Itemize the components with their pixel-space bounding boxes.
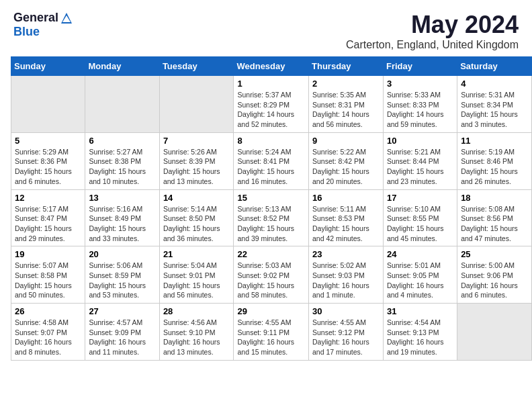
calendar-cell xyxy=(11,76,85,133)
day-info: Sunrise: 5:02 AM Sunset: 9:03 PM Dayligh… xyxy=(312,261,380,300)
calendar-cell: 27Sunrise: 4:57 AM Sunset: 9:09 PM Dayli… xyxy=(85,304,159,361)
day-info: Sunrise: 5:07 AM Sunset: 8:58 PM Dayligh… xyxy=(15,261,81,300)
day-info: Sunrise: 5:14 AM Sunset: 8:50 PM Dayligh… xyxy=(163,204,230,244)
day-info: Sunrise: 5:17 AM Sunset: 8:47 PM Dayligh… xyxy=(15,204,81,244)
day-info: Sunrise: 5:22 AM Sunset: 8:42 PM Dayligh… xyxy=(312,147,380,187)
day-number: 12 xyxy=(15,193,81,203)
weekday-header-wednesday: Wednesday xyxy=(234,57,309,76)
calendar-cell xyxy=(457,304,532,361)
day-info: Sunrise: 5:00 AM Sunset: 9:06 PM Dayligh… xyxy=(461,261,528,300)
day-number: 15 xyxy=(237,193,305,203)
day-number: 22 xyxy=(237,249,305,259)
calendar-cell: 31Sunrise: 4:54 AM Sunset: 9:13 PM Dayli… xyxy=(383,304,457,361)
logo-blue-text: Blue xyxy=(13,25,40,39)
day-number: 8 xyxy=(237,136,305,146)
day-number: 23 xyxy=(312,249,380,259)
day-info: Sunrise: 5:24 AM Sunset: 8:41 PM Dayligh… xyxy=(237,147,305,187)
day-info: Sunrise: 5:29 AM Sunset: 8:36 PM Dayligh… xyxy=(15,147,81,187)
calendar-cell: 14Sunrise: 5:14 AM Sunset: 8:50 PM Dayli… xyxy=(159,189,234,246)
calendar-cell: 25Sunrise: 5:00 AM Sunset: 9:06 PM Dayli… xyxy=(457,246,532,304)
weekday-header-sunday: Sunday xyxy=(11,57,85,76)
calendar-cell: 17Sunrise: 5:10 AM Sunset: 8:55 PM Dayli… xyxy=(383,189,457,246)
calendar-cell: 6Sunrise: 5:27 AM Sunset: 8:38 PM Daylig… xyxy=(85,132,159,189)
day-info: Sunrise: 5:04 AM Sunset: 9:01 PM Dayligh… xyxy=(163,261,230,300)
calendar-cell: 28Sunrise: 4:56 AM Sunset: 9:10 PM Dayli… xyxy=(159,304,234,361)
calendar-cell: 4Sunrise: 5:31 AM Sunset: 8:34 PM Daylig… xyxy=(457,76,532,133)
calendar-cell: 1Sunrise: 5:37 AM Sunset: 8:29 PM Daylig… xyxy=(234,76,309,133)
week-row-5: 26Sunrise: 4:58 AM Sunset: 9:07 PM Dayli… xyxy=(11,304,532,361)
calendar-cell: 21Sunrise: 5:04 AM Sunset: 9:01 PM Dayli… xyxy=(159,246,234,304)
day-number: 5 xyxy=(15,136,81,146)
logo-icon xyxy=(60,11,73,25)
calendar-cell: 9Sunrise: 5:22 AM Sunset: 8:42 PM Daylig… xyxy=(309,132,384,189)
day-number: 11 xyxy=(461,136,528,146)
weekday-header-row: SundayMondayTuesdayWednesdayThursdayFrid… xyxy=(11,57,532,76)
day-info: Sunrise: 5:03 AM Sunset: 9:02 PM Dayligh… xyxy=(237,261,305,300)
day-number: 3 xyxy=(387,79,453,89)
calendar-cell: 29Sunrise: 4:55 AM Sunset: 9:11 PM Dayli… xyxy=(234,304,309,361)
calendar-cell: 8Sunrise: 5:24 AM Sunset: 8:41 PM Daylig… xyxy=(234,132,309,189)
calendar-cell xyxy=(159,76,234,133)
day-info: Sunrise: 5:26 AM Sunset: 8:39 PM Dayligh… xyxy=(163,147,230,187)
week-row-2: 5Sunrise: 5:29 AM Sunset: 8:36 PM Daylig… xyxy=(11,132,532,189)
day-info: Sunrise: 4:58 AM Sunset: 9:07 PM Dayligh… xyxy=(15,318,81,357)
week-row-3: 12Sunrise: 5:17 AM Sunset: 8:47 PM Dayli… xyxy=(11,189,532,246)
day-info: Sunrise: 5:01 AM Sunset: 9:05 PM Dayligh… xyxy=(387,261,453,300)
title-block: May 2024 Carterton, England, United King… xyxy=(346,11,519,51)
calendar-cell: 20Sunrise: 5:06 AM Sunset: 8:59 PM Dayli… xyxy=(85,246,159,304)
calendar-cell: 23Sunrise: 5:02 AM Sunset: 9:03 PM Dayli… xyxy=(309,246,384,304)
day-info: Sunrise: 5:13 AM Sunset: 8:52 PM Dayligh… xyxy=(237,204,305,244)
day-info: Sunrise: 5:16 AM Sunset: 8:49 PM Dayligh… xyxy=(89,204,155,244)
calendar-cell: 19Sunrise: 5:07 AM Sunset: 8:58 PM Dayli… xyxy=(11,246,85,304)
day-number: 29 xyxy=(237,306,305,316)
day-number: 1 xyxy=(237,79,305,89)
calendar-wrapper: SundayMondayTuesdayWednesdayThursdayFrid… xyxy=(0,56,532,366)
day-info: Sunrise: 5:35 AM Sunset: 8:31 PM Dayligh… xyxy=(312,90,380,130)
day-number: 18 xyxy=(461,193,528,203)
calendar-cell: 30Sunrise: 4:55 AM Sunset: 9:12 PM Dayli… xyxy=(309,304,384,361)
day-info: Sunrise: 4:54 AM Sunset: 9:13 PM Dayligh… xyxy=(387,318,453,357)
weekday-header-friday: Friday xyxy=(383,57,457,76)
day-info: Sunrise: 4:55 AM Sunset: 9:11 PM Dayligh… xyxy=(237,318,305,357)
week-row-4: 19Sunrise: 5:07 AM Sunset: 8:58 PM Dayli… xyxy=(11,246,532,304)
day-number: 24 xyxy=(387,249,453,259)
logo-general-text: General xyxy=(13,11,58,25)
day-number: 14 xyxy=(163,193,230,203)
calendar-cell: 12Sunrise: 5:17 AM Sunset: 8:47 PM Dayli… xyxy=(11,189,85,246)
day-number: 28 xyxy=(163,306,230,316)
weekday-header-saturday: Saturday xyxy=(457,57,532,76)
day-number: 16 xyxy=(312,193,380,203)
calendar-cell: 15Sunrise: 5:13 AM Sunset: 8:52 PM Dayli… xyxy=(234,189,309,246)
logo: General Blue xyxy=(13,11,73,39)
day-number: 31 xyxy=(387,306,453,316)
calendar-cell: 11Sunrise: 5:19 AM Sunset: 8:46 PM Dayli… xyxy=(457,132,532,189)
day-number: 2 xyxy=(312,79,380,89)
day-number: 21 xyxy=(163,249,230,259)
day-info: Sunrise: 5:08 AM Sunset: 8:56 PM Dayligh… xyxy=(461,204,528,244)
day-info: Sunrise: 5:33 AM Sunset: 8:33 PM Dayligh… xyxy=(387,90,453,130)
day-info: Sunrise: 5:37 AM Sunset: 8:29 PM Dayligh… xyxy=(237,90,305,130)
day-number: 25 xyxy=(461,249,528,259)
day-number: 7 xyxy=(163,136,230,146)
day-info: Sunrise: 5:06 AM Sunset: 8:59 PM Dayligh… xyxy=(89,261,155,300)
day-info: Sunrise: 5:31 AM Sunset: 8:34 PM Dayligh… xyxy=(461,90,528,130)
day-info: Sunrise: 5:11 AM Sunset: 8:53 PM Dayligh… xyxy=(312,204,380,244)
calendar-cell: 26Sunrise: 4:58 AM Sunset: 9:07 PM Dayli… xyxy=(11,304,85,361)
calendar-table: SundayMondayTuesdayWednesdayThursdayFrid… xyxy=(11,56,532,361)
day-number: 10 xyxy=(387,136,453,146)
weekday-header-tuesday: Tuesday xyxy=(159,57,234,76)
day-number: 4 xyxy=(461,79,528,89)
calendar-cell: 5Sunrise: 5:29 AM Sunset: 8:36 PM Daylig… xyxy=(11,132,85,189)
day-number: 9 xyxy=(312,136,380,146)
day-number: 20 xyxy=(89,249,155,259)
calendar-cell: 3Sunrise: 5:33 AM Sunset: 8:33 PM Daylig… xyxy=(383,76,457,133)
calendar-cell: 7Sunrise: 5:26 AM Sunset: 8:39 PM Daylig… xyxy=(159,132,234,189)
month-title: May 2024 xyxy=(346,11,519,39)
day-info: Sunrise: 4:56 AM Sunset: 9:10 PM Dayligh… xyxy=(163,318,230,357)
week-row-1: 1Sunrise: 5:37 AM Sunset: 8:29 PM Daylig… xyxy=(11,76,532,133)
day-info: Sunrise: 5:19 AM Sunset: 8:46 PM Dayligh… xyxy=(461,147,528,187)
day-number: 30 xyxy=(312,306,380,316)
calendar-cell: 18Sunrise: 5:08 AM Sunset: 8:56 PM Dayli… xyxy=(457,189,532,246)
calendar-cell: 2Sunrise: 5:35 AM Sunset: 8:31 PM Daylig… xyxy=(309,76,384,133)
weekday-header-thursday: Thursday xyxy=(309,57,384,76)
